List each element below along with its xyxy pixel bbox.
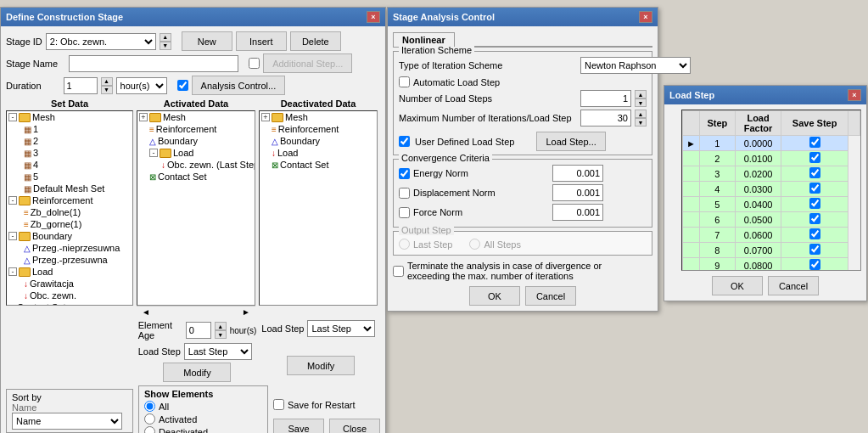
- tree-item-3[interactable]: ▦ 3: [7, 147, 132, 159]
- table-row[interactable]: 7 0.0600: [683, 228, 860, 243]
- stage-id-spinner[interactable]: ▲ ▼: [160, 33, 171, 50]
- user-defined-check[interactable]: [399, 136, 410, 147]
- close-button[interactable]: Close: [329, 419, 380, 433]
- table-row[interactable]: 9 0.0800: [683, 258, 860, 272]
- tree-item-zb-gorne[interactable]: ≡ Zb_gorne(1): [7, 218, 132, 230]
- table-row[interactable]: 6 0.0500: [683, 212, 860, 228]
- displacement-norm-input[interactable]: [552, 184, 603, 201]
- table-row[interactable]: ► 1 0.0000: [683, 136, 860, 151]
- tree-item-reinforcement-folder[interactable]: - Reinforcement: [7, 194, 132, 206]
- tree-item-przeg-nie[interactable]: △ Przeg.-nieprzesuwna: [7, 242, 132, 254]
- tree-item-load-folder[interactable]: - Load: [7, 266, 132, 278]
- num-load-steps-input[interactable]: [580, 90, 631, 107]
- deact-reinforcement[interactable]: ≡ Reinforcement: [260, 123, 377, 135]
- load-step-cancel-button[interactable]: Cancel: [768, 276, 819, 295]
- act-mesh-expand[interactable]: +: [139, 113, 148, 121]
- force-norm-check[interactable]: [399, 207, 410, 218]
- table-row[interactable]: 2 0.0100: [683, 151, 860, 166]
- element-age-input[interactable]: [186, 322, 211, 339]
- analysis-control-check[interactable]: [177, 80, 188, 91]
- analysis-control-button[interactable]: Analysis Control...: [192, 76, 286, 95]
- tree-item-1[interactable]: ▦ 1: [7, 123, 132, 135]
- deact-load[interactable]: ↓ Load: [260, 147, 377, 159]
- stage-id-down-btn[interactable]: ▼: [160, 42, 171, 50]
- reinforcement-expand[interactable]: -: [8, 196, 17, 205]
- tab-nonlinear[interactable]: Nonlinear: [393, 32, 455, 47]
- duration-spinner[interactable]: ▲ ▼: [101, 77, 113, 94]
- force-norm-input[interactable]: [552, 204, 603, 221]
- set-data-tree[interactable]: - Mesh ▦ 1 ▦ 2 ▦ 3: [6, 110, 133, 306]
- mesh-expand[interactable]: -: [8, 113, 17, 121]
- max-iter-up[interactable]: ▲: [635, 110, 647, 118]
- act-contact-set[interactable]: ⊠ Contact Set: [137, 171, 255, 183]
- activated-data-tree[interactable]: + Mesh ≡ Reinforcement △ Boundary -: [137, 110, 255, 306]
- load-expand[interactable]: -: [8, 267, 17, 276]
- max-iter-input[interactable]: [580, 110, 631, 127]
- duration-input[interactable]: [64, 77, 98, 94]
- modify-button1[interactable]: Modify: [163, 363, 231, 382]
- tree-item-default-mesh[interactable]: ▦ Default Mesh Set: [7, 183, 132, 194]
- num-load-steps-spinner[interactable]: ▲ ▼: [635, 90, 647, 107]
- displacement-norm-check[interactable]: [399, 188, 410, 199]
- load-step-select2[interactable]: Last Step First Step: [307, 320, 375, 337]
- duration-unit-select[interactable]: hour(s): [116, 77, 167, 94]
- table-row[interactable]: 3 0.0200: [683, 166, 860, 182]
- load-step-button[interactable]: Load Step...: [536, 132, 605, 151]
- load-step-select1[interactable]: Last Step First Step: [184, 343, 252, 360]
- activated-scroll-left[interactable]: ◄: [137, 307, 155, 317]
- load-step-ok-button[interactable]: OK: [712, 276, 763, 295]
- new-button[interactable]: New: [182, 31, 232, 51]
- act-reinforcement[interactable]: ≡ Reinforcement: [137, 123, 255, 135]
- act-mesh-folder[interactable]: + Mesh: [137, 111, 255, 123]
- show-deactivated-radio[interactable]: [144, 426, 155, 433]
- element-age-down[interactable]: ▼: [215, 330, 227, 339]
- load-step-close-icon[interactable]: ×: [848, 89, 861, 101]
- table-row[interactable]: 5 0.0400: [683, 197, 860, 212]
- energy-norm-input[interactable]: [552, 165, 603, 182]
- stage-id-select[interactable]: 2: Obc. zewn.: [46, 33, 156, 50]
- energy-norm-check[interactable]: [399, 168, 410, 179]
- max-iter-spinner[interactable]: ▲ ▼: [635, 110, 647, 127]
- define-dialog-close-icon[interactable]: ×: [367, 11, 380, 23]
- deact-mesh-expand[interactable]: +: [261, 113, 270, 121]
- auto-load-step-check[interactable]: [399, 76, 410, 87]
- deact-mesh-folder[interactable]: + Mesh: [260, 111, 377, 123]
- delete-button[interactable]: Delete: [290, 31, 341, 51]
- tree-item-mesh-folder[interactable]: - Mesh: [7, 111, 132, 123]
- tree-item-2[interactable]: ▦ 2: [7, 135, 132, 147]
- save-button[interactable]: Save: [273, 419, 324, 433]
- sort-by-select[interactable]: Name ID: [12, 413, 122, 430]
- stage-analysis-close-icon[interactable]: ×: [639, 11, 652, 23]
- num-steps-down[interactable]: ▼: [635, 98, 647, 107]
- tree-item-obc-zewn[interactable]: ↓ Obc. zewn.: [7, 290, 132, 301]
- terminate-check[interactable]: [393, 266, 404, 277]
- stage-id-up-btn[interactable]: ▲: [160, 33, 171, 42]
- max-iter-down[interactable]: ▼: [635, 118, 647, 127]
- additional-step-check[interactable]: [249, 58, 260, 69]
- load-step-table-scroll[interactable]: Step LoadFactor Save Step ► 1 0.0000 2 0…: [681, 110, 861, 271]
- stage-analysis-cancel-button[interactable]: Cancel: [525, 286, 576, 306]
- save-restart-check[interactable]: [273, 399, 284, 410]
- stage-analysis-ok-button[interactable]: OK: [469, 286, 520, 306]
- act-load-folder[interactable]: - Load: [137, 147, 255, 159]
- tree-item-5[interactable]: ▦ 5: [7, 171, 132, 183]
- boundary-expand[interactable]: -: [8, 232, 17, 240]
- duration-up-btn[interactable]: ▲: [101, 77, 113, 86]
- insert-button[interactable]: Insert: [236, 31, 287, 51]
- show-activated-radio[interactable]: [144, 413, 155, 425]
- element-age-up[interactable]: ▲: [215, 322, 227, 330]
- tree-item-zb-dolne[interactable]: ≡ Zb_dolne(1): [7, 206, 132, 218]
- tree-item-boundary-folder[interactable]: - Boundary: [7, 230, 132, 242]
- tree-item-przeg-prze[interactable]: △ Przeg.-przesuwna: [7, 254, 132, 266]
- tree-item-4[interactable]: ▦ 4: [7, 159, 132, 171]
- deactivated-data-tree[interactable]: + Mesh ≡ Reinforcement △ Boundary ↓ L: [259, 110, 378, 306]
- deact-contact-set[interactable]: ⊠ Contact Set: [260, 159, 377, 171]
- act-obc-zewn-last-step[interactable]: ↓ Obc. zewn. (Last Step): [137, 159, 255, 171]
- additional-step-button[interactable]: Additional Step...: [263, 53, 352, 73]
- table-row[interactable]: 8 0.0700: [683, 243, 860, 258]
- act-boundary[interactable]: △ Boundary: [137, 135, 255, 147]
- duration-down-btn[interactable]: ▼: [101, 86, 113, 94]
- activated-scroll-right[interactable]: ►: [237, 307, 255, 317]
- act-load-expand[interactable]: -: [149, 149, 158, 157]
- table-row[interactable]: 4 0.0300: [683, 182, 860, 197]
